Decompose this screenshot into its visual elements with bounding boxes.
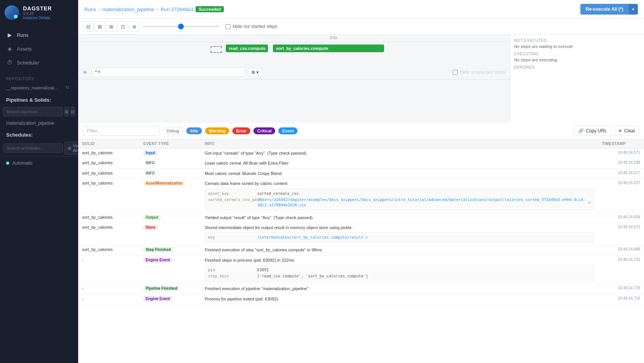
log-info-cell: Most caloric cereal: Mueslix Crispy Blen…	[201, 168, 598, 178]
gantt-time-icon[interactable]: ⊡	[117, 21, 128, 32]
side-panel: NOT EXECUTED No steps are waiting to exe…	[510, 35, 644, 123]
log-solid-cell: sort_by_calories	[78, 148, 140, 158]
gantt-flat2-icon[interactable]: ⊠	[94, 21, 105, 32]
sub-value-link[interactable]: /intermediates/sort_by_calories.compute/…	[257, 235, 368, 240]
not-executed-label: NOT EXECUTED	[514, 38, 640, 43]
debug-button[interactable]: Debug	[163, 127, 183, 135]
search-schedules-input[interactable]	[3, 144, 63, 153]
log-solid-cell: sort_by_calories	[78, 213, 140, 223]
search-pipelines-input[interactable]	[3, 107, 63, 116]
layers-caret: ▾	[256, 70, 259, 75]
log-table-wrapper: SOLID EVENT TYPE INFO TIMESTAMP sort_by_…	[78, 139, 644, 363]
log-solid-cell: sort_by_calories	[78, 168, 140, 178]
sidebar-item-assets-label: Assets	[17, 46, 32, 52]
log-info-cell: Yielded output "result" of type "Any". (…	[201, 213, 598, 223]
sidebar-item-assets[interactable]: ◈ Assets	[0, 42, 78, 55]
log-solid-cell: sort_by_calories	[78, 245, 140, 255]
log-controls-right: 🔗 Copy URL ✕ Clear	[574, 126, 639, 136]
sub-key: step_keys	[208, 274, 254, 279]
log-timestamp-cell: 10:49:24.588	[598, 158, 644, 168]
error-filter-button[interactable]: Error	[232, 127, 250, 134]
assets-icon: ◈	[6, 45, 13, 52]
reexecute-dropdown-button[interactable]: ▾	[629, 4, 638, 15]
status-badge: Succeeded	[196, 6, 224, 12]
app-version: 0.9.20	[23, 12, 52, 16]
log-info-cell: Finished steps in process (pid: 63092) i…	[201, 255, 598, 284]
pipeline-filter-btn[interactable]: ⊟	[71, 107, 75, 117]
app-name: DAGSTER	[23, 5, 52, 12]
sidebar-logo: DAGSTER 0.9.20 Instance Details	[0, 0, 78, 25]
dagster-logo-icon	[5, 5, 19, 20]
log-filter-input[interactable]	[83, 126, 159, 136]
snowflake-icon: ✳	[83, 69, 87, 75]
log-solid-cell: -	[78, 255, 140, 284]
instance-details-link[interactable]: Instance Details	[23, 16, 52, 20]
gantt-waterfall-icon[interactable]: ⊞	[106, 21, 117, 32]
log-solid-cell: -	[78, 284, 140, 294]
log-row-sub: asset_keysorted_cereals_csvsorted_cereal…	[205, 188, 594, 211]
not-executed-section: NOT EXECUTED No steps are waiting to exe…	[514, 38, 640, 49]
layers-button[interactable]: ⊞ ▾	[248, 68, 262, 77]
breadcrumb-run-label[interactable]: Run 372b49a3	[161, 7, 193, 12]
sub-value-link[interactable]: /Users/a16502/dagster/examples/docs_snip…	[258, 197, 591, 208]
sub-value: sorted_cereals_csv	[257, 191, 299, 196]
log-timestamp-cell: 10:49:24.686	[598, 245, 644, 255]
gantt-steps-area: read_csv.compute sort_by_calories.comput…	[78, 42, 510, 65]
sidebar-item-scheduler[interactable]: ⏱ Scheduler	[0, 56, 78, 69]
step-block-sort-by-calories[interactable]: sort_by_calories.compute	[273, 45, 384, 52]
log-solid-cell: sort_by_calories	[78, 158, 140, 168]
step-filter-input[interactable]	[92, 68, 245, 77]
gantt-toolbar: ⊟ ⊠ ⊞ ⊡ ⊛ Hide not started steps	[78, 19, 644, 35]
table-row: - Engine Event Finished steps in process…	[78, 255, 644, 284]
view-all-icon: ⊞	[68, 146, 71, 151]
event-filter-button[interactable]: Event	[278, 127, 297, 134]
breadcrumb-runs-link[interactable]: Runs	[84, 7, 96, 12]
gantt-expand-icon[interactable]: ⊛	[129, 21, 140, 32]
log-event-type-cell: AssetMaterialization	[140, 179, 201, 213]
gantt-wrapper: 0.5s read_csv.compute sort_by_calories.c…	[78, 35, 644, 123]
copy-url-button[interactable]: 🔗 Copy URL	[574, 126, 611, 136]
step-block-read-csv[interactable]: read_csv.compute	[226, 45, 268, 52]
clear-label: Clear	[624, 128, 635, 134]
gantt-timescale: 0.5s	[78, 35, 510, 42]
info-filter-button[interactable]: Info	[186, 127, 202, 134]
zoom-slider[interactable]	[143, 26, 219, 27]
table-row: sort_by_calories INFO Most caloric cerea…	[78, 168, 644, 178]
log-event-type-cell: Output	[140, 213, 201, 223]
log-solid-cell: -	[78, 294, 140, 304]
log-table: SOLID EVENT TYPE INFO TIMESTAMP sort_by_…	[78, 139, 644, 304]
log-timestamp-cell: 10:49:24.729	[598, 284, 644, 294]
hide-not-started-checkbox[interactable]	[225, 24, 230, 29]
log-table-header: SOLID EVENT TYPE INFO TIMESTAMP	[78, 139, 644, 148]
gantt-inner: 0.5s read_csv.compute sort_by_calories.c…	[78, 35, 644, 123]
table-row: sort_by_calories Input Got input "cereal…	[78, 148, 644, 158]
col-header-event-type: EVENT TYPE	[140, 139, 201, 148]
refresh-icon[interactable]: ↻	[66, 85, 72, 91]
log-info-cell: Finished execution of step "sort_by_calo…	[201, 245, 598, 255]
pipeline-item-materialization[interactable]: materialization_pipeline	[0, 118, 78, 128]
step-sort-label: sort_by_calories.compute	[276, 46, 328, 51]
warning-filter-button[interactable]: Warning	[205, 127, 230, 134]
gantt-flat-icon[interactable]: ⊟	[83, 21, 94, 32]
pipeline-view-toggle[interactable]: ⊞	[64, 107, 69, 117]
executing-label: EXECUTING	[514, 52, 640, 56]
sidebar-item-runs[interactable]: ▶ Runs	[0, 28, 78, 41]
reexecute-all-button[interactable]: Re-execute All (*)	[580, 4, 629, 15]
copy-url-icon: 🔗	[578, 128, 584, 134]
clear-icon: ✕	[618, 128, 622, 134]
copy-icon: ⧉	[588, 200, 591, 205]
not-executed-msg: No steps are waiting to execute	[514, 44, 640, 49]
log-event-type-cell: Step Finished	[140, 245, 201, 255]
log-timestamp-cell: 10:49:24.715	[598, 255, 644, 284]
schedules-search-row: ⊞ View All	[0, 140, 78, 156]
clear-button[interactable]: ✕ Clear	[614, 126, 639, 136]
critical-filter-button[interactable]: Critical	[253, 127, 275, 134]
step-read-csv-label: read_csv.compute	[229, 46, 266, 51]
gantt-area: 0.5s read_csv.compute sort_by_calories.c…	[78, 35, 510, 123]
breadcrumb-pipeline-link[interactable]: materialization_pipeline	[102, 7, 154, 12]
log-info-cell: Least caloric cereal: All-Bran with Extr…	[201, 158, 598, 168]
sidebar-navigation: ▶ Runs ◈ Assets ⏱ Scheduler	[0, 25, 78, 72]
hide-unselected-checkbox[interactable]	[453, 70, 458, 75]
executing-section: EXECUTING No steps are executing	[514, 52, 640, 62]
breadcrumb: Runs › materialization_pipeline › Run 37…	[84, 6, 224, 12]
